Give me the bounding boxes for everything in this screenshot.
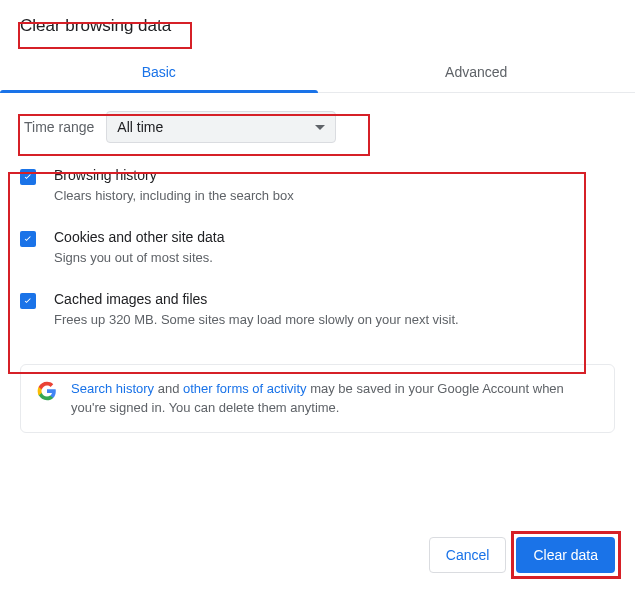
info-text: Search history and other forms of activi… — [71, 379, 598, 418]
item-title: Cached images and files — [54, 291, 459, 307]
checkmark-icon — [22, 295, 34, 307]
item-description: Frees up 320 MB. Some sites may load mor… — [54, 311, 459, 329]
tab-bar: Basic Advanced — [0, 52, 635, 93]
clear-data-button[interactable]: Clear data — [516, 537, 615, 573]
search-history-link[interactable]: Search history — [71, 381, 154, 396]
list-item: Browsing history Clears history, includi… — [20, 167, 615, 205]
dialog-body: Time range All time Browsing history Cle… — [0, 93, 635, 433]
checkbox-list: Browsing history Clears history, includi… — [20, 163, 615, 346]
time-range-label: Time range — [20, 119, 94, 135]
item-title: Browsing history — [54, 167, 294, 183]
dropdown-icon — [315, 125, 325, 130]
cancel-button[interactable]: Cancel — [429, 537, 507, 573]
tab-basic[interactable]: Basic — [0, 52, 318, 92]
time-range-value: All time — [117, 119, 163, 135]
item-description: Clears history, including in the search … — [54, 187, 294, 205]
item-title: Cookies and other site data — [54, 229, 224, 245]
time-range-select[interactable]: All time — [106, 111, 336, 143]
checkbox-cached[interactable] — [20, 293, 36, 309]
other-activity-link[interactable]: other forms of activity — [183, 381, 307, 396]
checkmark-icon — [22, 233, 34, 245]
clear-browsing-data-dialog: Clear browsing data Basic Advanced Time … — [0, 0, 635, 593]
checkbox-cookies[interactable] — [20, 231, 36, 247]
checkbox-browsing-history[interactable] — [20, 169, 36, 185]
list-item: Cookies and other site data Signs you ou… — [20, 229, 615, 267]
time-range-row: Time range All time — [20, 111, 615, 143]
dialog-footer: Cancel Clear data — [429, 537, 615, 573]
google-logo-icon — [37, 381, 57, 401]
item-description: Signs you out of most sites. — [54, 249, 224, 267]
google-account-info: Search history and other forms of activi… — [20, 364, 615, 433]
list-item: Cached images and files Frees up 320 MB.… — [20, 291, 615, 329]
tab-advanced[interactable]: Advanced — [318, 52, 636, 92]
dialog-title: Clear browsing data — [0, 0, 191, 44]
checkmark-icon — [22, 171, 34, 183]
